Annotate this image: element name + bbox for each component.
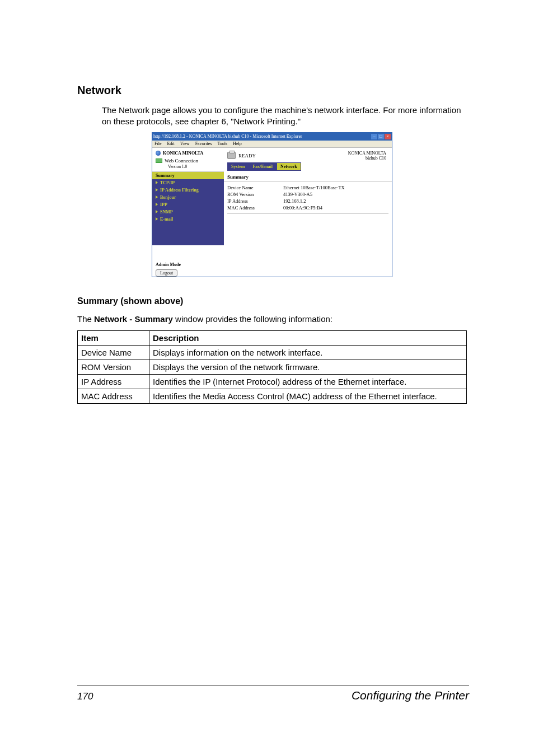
tab-faxemail[interactable]: Fax/Email <box>249 162 277 171</box>
panel-heading: Summary <box>224 171 392 182</box>
summary-table: Item Description Device NameDisplays inf… <box>77 330 467 404</box>
brand-block: KONICA MINOLTA Web Connection Version 1.… <box>152 148 224 172</box>
chevron-right-icon <box>156 188 158 192</box>
logout-button[interactable]: Logout <box>156 269 177 277</box>
page-number: 170 <box>77 691 93 702</box>
table-row: ROM VersionDisplays the version of the n… <box>78 360 467 374</box>
separator <box>227 213 388 214</box>
tab-network[interactable]: Network <box>277 162 301 171</box>
webconnection-icon <box>156 158 162 163</box>
tab-system[interactable]: System <box>227 162 249 171</box>
chevron-right-icon <box>156 195 158 199</box>
chevron-right-icon <box>156 217 158 221</box>
table-row: Device NameDisplays information on the n… <box>78 345 467 360</box>
row-rom-version: ROM Version4139-V300-A5 <box>224 191 392 198</box>
close-icon[interactable]: × <box>385 134 391 139</box>
network-intro: The Network page allows you to configure… <box>102 105 467 128</box>
logo-icon <box>156 151 161 156</box>
tabs: System Fax/Email Network <box>227 162 392 171</box>
admin-mode-block: Admin Mode Logout <box>152 262 224 277</box>
row-mac-address: MAC Address00:00:AA:9C:F5:B4 <box>224 204 392 211</box>
row-ip-address: IP Address192.168.1.2 <box>224 198 392 204</box>
table-intro: The Network - Summary window provides th… <box>77 314 467 324</box>
sidebar-item-ipfiltering[interactable]: IP Address Filtering <box>152 186 224 194</box>
sidebar-item-email[interactable]: E-mail <box>152 216 224 223</box>
browser-menubar: File Edit View Favorites Tools Help <box>152 141 392 148</box>
menu-favorites[interactable]: Favorites <box>195 141 212 146</box>
window-titlebar: http://192.168.1.2 - KONICA MINOLTA bizh… <box>152 133 392 141</box>
row-device-name: Device NameEthernet 10Base-T/100Base-TX <box>224 184 392 191</box>
sidebar-item-bonjour[interactable]: Bonjour <box>152 194 224 201</box>
footer-title: Configuring the Printer <box>352 689 469 702</box>
sidebar-item-tcpip[interactable]: TCP/IP <box>152 179 224 186</box>
chevron-right-icon <box>156 203 158 206</box>
webconnection-text: Web Connection <box>165 158 198 164</box>
menu-file[interactable]: File <box>154 141 161 146</box>
brand-text: KONICA MINOLTA <box>163 151 203 156</box>
minimize-icon[interactable]: – <box>371 134 377 139</box>
sidebar: Summary TCP/IP IP Address Filtering Bonj… <box>152 172 224 245</box>
sidebar-item-ipp[interactable]: IPP <box>152 201 224 208</box>
th-description: Description <box>149 330 467 345</box>
heading-summary: Summary (shown above) <box>77 296 467 306</box>
menu-view[interactable]: View <box>180 141 190 146</box>
page-footer: 170 Configuring the Printer <box>77 689 469 702</box>
chevron-right-icon <box>156 210 158 213</box>
table-row: MAC AddressIdentifies the Media Access C… <box>78 389 467 403</box>
screenshot: http://192.168.1.2 - KONICA MINOLTA bizh… <box>152 132 392 277</box>
footer-rule <box>77 685 469 685</box>
sidebar-item-summary[interactable]: Summary <box>152 172 224 179</box>
device-brand: KONICA MINOLTA <box>348 151 386 156</box>
menu-help[interactable]: Help <box>233 141 242 146</box>
window-title: http://192.168.1.2 - KONICA MINOLTA bizh… <box>153 134 302 139</box>
admin-mode-label: Admin Mode <box>156 262 221 267</box>
version-text: Version 1.0 <box>156 164 221 171</box>
table-row: IP AddressIdentifies the IP (Internet Pr… <box>78 374 467 389</box>
printer-icon <box>227 152 236 159</box>
device-model: bizhub C10 <box>348 156 386 161</box>
menu-tools[interactable]: Tools <box>217 141 227 146</box>
ready-text: READY <box>238 153 256 158</box>
sidebar-item-snmp[interactable]: SNMP <box>152 208 224 216</box>
heading-network: Network <box>77 84 467 97</box>
th-item: Item <box>78 330 149 345</box>
menu-edit[interactable]: Edit <box>167 141 174 146</box>
chevron-right-icon <box>156 181 158 184</box>
maximize-icon[interactable]: □ <box>378 134 384 139</box>
status-ready: READY <box>227 151 256 161</box>
